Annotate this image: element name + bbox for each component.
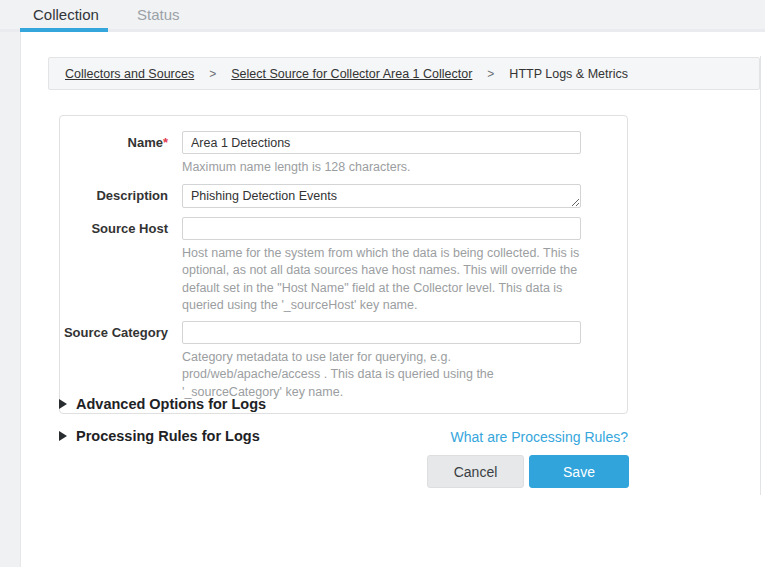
source-host-input[interactable] xyxy=(182,217,581,240)
tab-collection[interactable]: Collection xyxy=(33,6,99,23)
expand-arrow-icon xyxy=(59,399,67,409)
save-button[interactable]: Save xyxy=(529,455,629,488)
breadcrumb-collectors-and-sources[interactable]: Collectors and Sources xyxy=(65,67,194,81)
active-tab-indicator xyxy=(20,28,108,32)
description-input[interactable] xyxy=(182,184,581,208)
name-label-text: Name xyxy=(128,135,163,150)
left-gutter xyxy=(0,32,21,567)
source-category-help-text: Category metadata to use later for query… xyxy=(182,349,581,402)
advanced-options-label: Advanced Options for Logs xyxy=(76,396,266,412)
description-label: Description xyxy=(60,184,182,208)
breadcrumb-separator: > xyxy=(487,67,494,81)
processing-rules-label: Processing Rules for Logs xyxy=(76,428,260,444)
source-host-label: Source Host xyxy=(60,217,182,321)
form-actions: Cancel Save xyxy=(427,455,629,488)
breadcrumb-current-page: HTTP Logs & Metrics xyxy=(509,67,628,81)
source-category-input[interactable] xyxy=(182,321,581,344)
processing-rules-section-header[interactable]: Processing Rules for Logs xyxy=(59,428,260,444)
source-form-card: Name* Maximum name length is 128 charact… xyxy=(59,115,628,414)
source-category-label: Source Category xyxy=(60,321,182,402)
tab-status[interactable]: Status xyxy=(137,6,180,23)
breadcrumb-select-source[interactable]: Select Source for Collector Area 1 Colle… xyxy=(231,67,472,81)
required-asterisk: * xyxy=(163,135,168,150)
breadcrumb-separator: > xyxy=(209,67,216,81)
name-help-text: Maximum name length is 128 characters. xyxy=(182,159,581,177)
name-label: Name* xyxy=(60,131,182,184)
cancel-button[interactable]: Cancel xyxy=(427,455,524,488)
tab-bar: Collection Status xyxy=(0,0,765,32)
what-are-processing-rules-link[interactable]: What are Processing Rules? xyxy=(451,429,628,445)
expand-arrow-icon xyxy=(59,431,67,441)
source-host-help-text: Host name for the system from which the … xyxy=(182,245,581,315)
name-input[interactable] xyxy=(182,131,581,154)
pane-right-edge xyxy=(760,56,761,495)
advanced-options-section-header[interactable]: Advanced Options for Logs xyxy=(59,396,266,412)
breadcrumb: Collectors and Sources > Select Source f… xyxy=(48,57,760,90)
